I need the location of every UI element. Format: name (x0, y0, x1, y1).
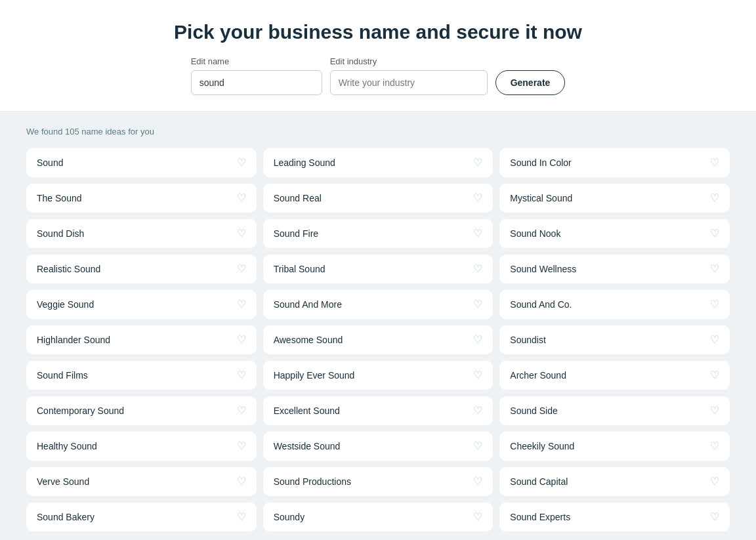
heart-icon[interactable]: ♡ (473, 193, 482, 203)
name-card-label: Leading Sound (274, 157, 335, 168)
heart-icon[interactable]: ♡ (237, 299, 246, 310)
name-card[interactable]: Sound Productions♡ (263, 467, 494, 496)
heart-icon[interactable]: ♡ (237, 264, 246, 274)
heart-icon[interactable]: ♡ (237, 157, 246, 168)
name-card[interactable]: Tribal Sound♡ (263, 255, 494, 283)
name-card-label: Sound (37, 157, 63, 168)
name-card-label: Sound Films (37, 370, 88, 381)
header-section: Pick your business name and secure it no… (0, 0, 756, 111)
name-card-label: Tribal Sound (274, 264, 326, 274)
heart-icon[interactable]: ♡ (473, 476, 482, 487)
name-card[interactable]: The Sound♡ (26, 184, 257, 213)
name-card[interactable]: Leading Sound♡ (263, 148, 494, 177)
name-card[interactable]: Realistic Sound♡ (26, 255, 257, 283)
edit-industry-group: Edit industry (330, 56, 488, 95)
heart-icon[interactable]: ♡ (710, 264, 719, 274)
name-card[interactable]: Contemporary Sound♡ (26, 396, 257, 425)
name-card-label: Contemporary Sound (37, 405, 124, 416)
heart-icon[interactable]: ♡ (473, 228, 482, 239)
heart-icon[interactable]: ♡ (237, 512, 246, 522)
name-card-label: Sound In Color (510, 157, 571, 168)
heart-icon[interactable]: ♡ (710, 370, 719, 381)
heart-icon[interactable]: ♡ (710, 512, 719, 522)
heart-icon[interactable]: ♡ (237, 441, 246, 451)
name-card-label: Soundy (274, 512, 304, 522)
name-card[interactable]: Cheekily Sound♡ (499, 432, 730, 461)
name-card[interactable]: Sound Nook♡ (499, 219, 730, 248)
name-card-label: Soundist (510, 335, 545, 345)
name-card-label: Realistic Sound (37, 264, 100, 274)
name-card-label: Sound Side (510, 405, 557, 416)
name-card[interactable]: Mystical Sound♡ (499, 184, 730, 213)
name-card[interactable]: Sound Side♡ (499, 396, 730, 425)
page-title: Pick your business name and secure it no… (13, 21, 743, 43)
name-card-label: Excellent Sound (274, 405, 340, 416)
edit-industry-input[interactable] (330, 70, 488, 95)
heart-icon[interactable]: ♡ (237, 335, 246, 345)
name-card[interactable]: Soundist♡ (499, 325, 730, 354)
heart-icon[interactable]: ♡ (473, 335, 482, 345)
name-card[interactable]: Veggie Sound♡ (26, 290, 257, 319)
heart-icon[interactable]: ♡ (237, 193, 246, 203)
name-card[interactable]: Sound In Color♡ (499, 148, 730, 177)
name-card-label: Archer Sound (510, 370, 566, 381)
name-grid: Sound♡Leading Sound♡Sound In Color♡The S… (26, 148, 730, 531)
name-card-label: Sound And More (274, 299, 342, 310)
name-card-label: Sound Wellness (510, 264, 576, 274)
heart-icon[interactable]: ♡ (237, 370, 246, 381)
name-card[interactable]: Sound Fire♡ (263, 219, 494, 248)
heart-icon[interactable]: ♡ (237, 476, 246, 487)
name-card[interactable]: Sound Bakery♡ (26, 503, 257, 531)
heart-icon[interactable]: ♡ (473, 299, 482, 310)
name-card[interactable]: Awesome Sound♡ (263, 325, 494, 354)
heart-icon[interactable]: ♡ (710, 476, 719, 487)
name-card[interactable]: Soundy♡ (263, 503, 494, 531)
name-card[interactable]: Sound Wellness♡ (499, 255, 730, 283)
heart-icon[interactable]: ♡ (710, 193, 719, 203)
name-card[interactable]: Sound Capital♡ (499, 467, 730, 496)
name-card[interactable]: Excellent Sound♡ (263, 396, 494, 425)
name-card-label: Sound Capital (510, 476, 568, 487)
name-card-label: Happily Ever Sound (274, 370, 355, 381)
heart-icon[interactable]: ♡ (237, 228, 246, 239)
name-card[interactable]: Healthy Sound♡ (26, 432, 257, 461)
heart-icon[interactable]: ♡ (710, 441, 719, 451)
controls-row: Edit name Edit industry Generate (13, 56, 743, 95)
name-card[interactable]: Sound And Co.♡ (499, 290, 730, 319)
heart-icon[interactable]: ♡ (710, 157, 719, 168)
heart-icon[interactable]: ♡ (710, 228, 719, 239)
generate-button[interactable]: Generate (495, 70, 566, 95)
name-card[interactable]: Sound Real♡ (263, 184, 494, 213)
heart-icon[interactable]: ♡ (710, 405, 719, 416)
heart-icon[interactable]: ♡ (710, 299, 719, 310)
name-card[interactable]: Archer Sound♡ (499, 361, 730, 390)
heart-icon[interactable]: ♡ (237, 405, 246, 416)
heart-icon[interactable]: ♡ (473, 264, 482, 274)
name-card-label: Sound And Co. (510, 299, 572, 310)
heart-icon[interactable]: ♡ (473, 157, 482, 168)
name-card[interactable]: Sound Experts♡ (499, 503, 730, 531)
heart-icon[interactable]: ♡ (473, 441, 482, 451)
name-card-label: Cheekily Sound (510, 441, 574, 451)
name-card[interactable]: Happily Ever Sound♡ (263, 361, 494, 390)
name-card[interactable]: Sound♡ (26, 148, 257, 177)
name-card[interactable]: Westside Sound♡ (263, 432, 494, 461)
name-card-label: Sound Real (274, 193, 322, 203)
name-card-label: Mystical Sound (510, 193, 572, 203)
name-card[interactable]: Sound Films♡ (26, 361, 257, 390)
name-card-label: Sound Productions (274, 476, 351, 487)
name-card-label: Veggie Sound (37, 299, 94, 310)
name-card-label: The Sound (37, 193, 82, 203)
heart-icon[interactable]: ♡ (710, 335, 719, 345)
name-card[interactable]: Sound Dish♡ (26, 219, 257, 248)
heart-icon[interactable]: ♡ (473, 405, 482, 416)
results-area: We found 105 name ideas for you Sound♡Le… (0, 111, 756, 540)
name-card[interactable]: Sound And More♡ (263, 290, 494, 319)
name-card-label: Sound Dish (37, 228, 84, 239)
edit-industry-label: Edit industry (330, 56, 377, 66)
name-card[interactable]: Verve Sound♡ (26, 467, 257, 496)
heart-icon[interactable]: ♡ (473, 512, 482, 522)
heart-icon[interactable]: ♡ (473, 370, 482, 381)
name-card[interactable]: Highlander Sound♡ (26, 325, 257, 354)
edit-name-input[interactable] (191, 70, 322, 95)
